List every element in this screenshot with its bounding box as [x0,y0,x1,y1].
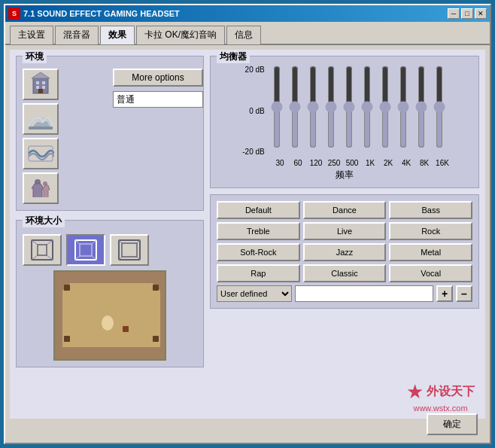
preset-live[interactable]: Live [303,222,387,240]
env-icon-wave[interactable] [23,138,59,169]
ok-button[interactable]: 确定 [427,413,478,435]
eq-slider-wrap-1k [360,66,375,156]
eq-db-labels: 20 dB 0 dB -20 dB [242,66,264,156]
tab-karaoke[interactable]: 卡拉 OK/魔幻音响 [136,26,225,44]
svg-rect-7 [29,126,53,130]
preset-row-4: Rap Classic Vocal [217,264,472,282]
room-section-label: 环境大小 [23,215,65,227]
svg-rect-35 [64,336,70,342]
freq-label-60: 60 [290,159,305,167]
eq-slider-wrap-30 [269,66,284,156]
eq-slider-wrap-4k [396,66,411,156]
tab-info[interactable]: 信息 [226,26,261,44]
preset-dance[interactable]: Dance [303,201,387,219]
preset-rap[interactable]: Rap [217,264,300,282]
svg-rect-34 [153,285,159,291]
freq-label-4k: 4K [399,159,414,167]
room-size-large[interactable] [110,234,149,266]
svg-marker-6 [32,72,50,78]
freq-label-16k: 16K [435,159,450,167]
eq-slider-2khz[interactable] [378,66,392,148]
preset-row-2: Treble Live Rock [217,222,472,240]
room-size-small[interactable] [23,234,62,266]
bottom-bar: 确定 [427,413,478,435]
app-icon: S [8,8,20,20]
preset-row-1: Default Dance Bass [217,201,472,219]
eq-slider-wrap-60 [287,66,302,156]
freq-label-120: 120 [308,159,323,167]
eq-slider-60hz[interactable] [288,66,302,148]
eq-db-n20: -20 dB [242,148,264,156]
svg-rect-16 [38,245,47,255]
freq-label-1k: 1K [363,159,378,167]
preset-bass[interactable]: Bass [389,201,472,219]
svg-rect-22 [80,244,92,256]
env-dropdown[interactable]: 普通 室外 浴室 音乐厅 [113,91,203,108]
close-button[interactable]: ✕ [475,8,487,19]
env-icons [23,69,59,204]
window-title: 7.1 SOUND EFFECT GAMING HEADSET [23,9,180,18]
titlebar: S 7.1 SOUND EFFECT GAMING HEADSET ─ □ ✕ [5,5,490,22]
eq-slider-16khz[interactable] [433,66,446,148]
room-size-medium[interactable] [66,234,105,266]
freq-label-8k: 8K [417,159,432,167]
svg-rect-2 [42,81,45,84]
env-icon-opera[interactable] [23,103,59,135]
svg-rect-3 [36,86,39,89]
eq-sliders-area: 20 dB 0 dB -20 dB [242,66,446,156]
eq-slider-wrap-16k [432,66,447,156]
preset-default[interactable]: Default [217,201,300,219]
freq-label-30: 30 [272,159,287,167]
titlebar-buttons: ─ □ ✕ [448,8,487,19]
freq-title: 频率 [336,169,354,181]
content-area: 环境 [10,50,485,419]
tab-bar: 主设置 混音器 效果 卡拉 OK/魔幻音响 信息 [5,22,490,45]
eq-slider-wrap-2k [378,66,393,156]
eq-slider-4khz[interactable] [396,66,410,148]
eq-db-0: 0 dB [242,107,264,115]
svg-marker-30 [62,283,160,347]
eq-section-label: 均衡器 [217,50,250,63]
preset-metal[interactable]: Metal [389,243,472,261]
svg-rect-28 [122,243,137,257]
freq-label-500: 500 [345,159,360,167]
preset-jazz[interactable]: Jazz [303,243,387,261]
maximize-button[interactable]: □ [461,8,473,19]
more-options-button[interactable]: More options [113,69,203,87]
room-section: 环境大小 [16,220,204,367]
env-section: 环境 [16,56,204,211]
svg-point-37 [102,315,114,331]
eq-presets: Default Dance Bass Treble Live Rock Soft… [210,194,479,309]
eq-slider-wrap-8k [414,66,429,156]
tab-mixer[interactable]: 混音器 [55,26,99,44]
eq-slider-wrap-120 [305,66,320,156]
svg-rect-4 [42,86,45,89]
eq-section: 均衡器 20 dB 0 dB -20 dB [210,56,479,188]
env-dropdown-container: 普通 室外 浴室 音乐厅 [113,91,203,108]
room-size-controls [23,234,197,266]
preset-classic[interactable]: Classic [303,264,387,282]
eq-slider-30hz[interactable] [270,66,284,148]
app-window: S 7.1 SOUND EFFECT GAMING HEADSET ─ □ ✕ … [4,4,491,444]
eq-slider-250hz[interactable] [324,66,338,148]
add-preset-button[interactable]: + [436,285,453,302]
preset-softrock[interactable]: Soft-Rock [217,243,300,261]
freq-label-250: 250 [326,159,342,167]
user-defined-select[interactable]: User defined [217,285,292,302]
preset-treble[interactable]: Treble [217,222,300,240]
more-options-area: More options 普通 室外 浴室 音乐厅 [113,69,203,204]
eq-slider-500hz[interactable] [342,66,356,148]
preset-vocal[interactable]: Vocal [389,264,472,282]
eq-slider-1khz[interactable] [360,66,374,148]
env-icon-building[interactable] [23,69,59,100]
tab-effects[interactable]: 效果 [100,26,135,44]
eq-slider-wrap-500 [342,66,357,156]
preset-rock[interactable]: Rock [389,222,472,240]
env-icon-person[interactable] [23,172,59,204]
minimize-button[interactable]: ─ [448,8,460,19]
user-defined-input[interactable] [295,285,433,302]
eq-slider-120hz[interactable] [306,66,320,148]
eq-slider-8khz[interactable] [415,66,428,148]
tab-main-settings[interactable]: 主设置 [10,26,53,44]
remove-preset-button[interactable]: – [456,285,472,302]
